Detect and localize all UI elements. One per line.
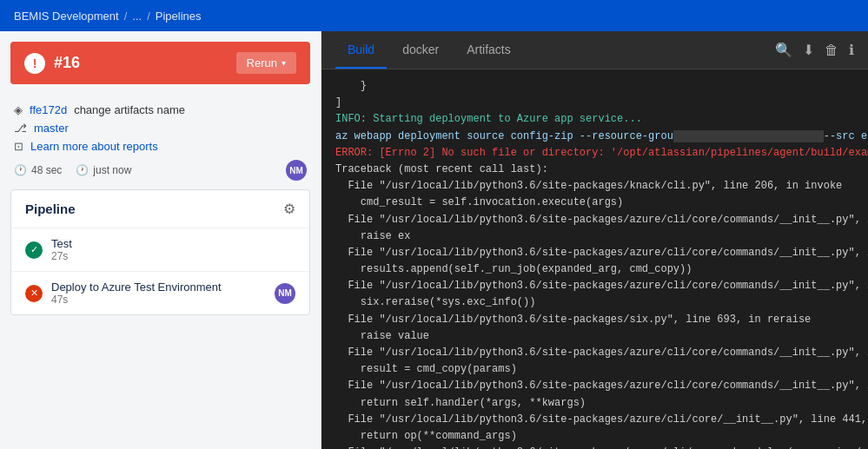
step-time-deploy: 47s	[51, 294, 266, 306]
commit-row: ◈ ffe172d change artifacts name	[14, 103, 307, 116]
commit-icon: ◈	[14, 103, 23, 116]
pipeline-step-test[interactable]: ✓ Test 27s	[11, 228, 309, 272]
pipeline-header: Pipeline ⚙	[11, 190, 309, 228]
build-info: ◈ ffe172d change artifacts name ⎇ master…	[0, 95, 321, 189]
commit-hash-link[interactable]: ffe172d	[30, 103, 67, 116]
console-line: raise value	[335, 328, 854, 345]
console-line: File "/usr/local/lib/python3.6/site-pack…	[335, 245, 854, 261]
pipeline-title: Pipeline	[25, 201, 76, 216]
search-icon[interactable]: 🔍	[775, 42, 792, 58]
duration-item: 🕐 48 sec	[14, 164, 62, 176]
commit-message: change artifacts name	[74, 103, 185, 116]
build-header-left: ! #16	[24, 53, 80, 74]
tab-artifacts[interactable]: Artifacts	[454, 31, 523, 69]
nav-org[interactable]: BEMIS Development	[14, 10, 119, 23]
info-icon[interactable]: ℹ	[849, 42, 854, 58]
console-output: } ] INFO: Starting deployment to Azure a…	[321, 69, 868, 449]
download-icon[interactable]: ⬇	[803, 42, 814, 58]
rerun-button[interactable]: Rerun ▾	[236, 52, 296, 74]
console-line: ]	[335, 95, 854, 111]
left-panel: ! #16 Rerun ▾ ◈ ffe172d change artifacts…	[0, 31, 321, 449]
timing-row: 🕐 48 sec 🕐 just now NM	[14, 160, 307, 181]
header-icons: 🔍 ⬇ 🗑 ℹ	[775, 42, 854, 58]
step-name-test: Test	[51, 237, 295, 250]
deploy-avatar: NM	[275, 283, 295, 304]
console-line: File "/usr/local/lib/python3.6/site-pack…	[335, 178, 854, 195]
pipeline-section: Pipeline ⚙ ✓ Test 27s ✕ Deploy to Azure …	[10, 189, 310, 315]
duration-value: 48 sec	[31, 164, 62, 176]
time-label: just now	[93, 164, 131, 176]
nav-ellipsis[interactable]: ...	[132, 10, 142, 23]
console-line: File "/usr/local/lib/python3.6/site-pack…	[335, 378, 854, 394]
right-panel: Build docker Artifacts 🔍 ⬇ 🗑 ℹ } ] INFO:…	[321, 31, 868, 449]
time-icon: 🕐	[76, 164, 89, 176]
console-line: raise ex	[335, 228, 854, 245]
step-status-error: ✕	[25, 285, 43, 302]
build-number: #16	[54, 54, 80, 72]
step-time-test: 27s	[51, 250, 295, 262]
console-line-error1: ERROR: [Errno 2] No such file or directo…	[335, 145, 854, 162]
tab-docker[interactable]: docker	[390, 31, 451, 69]
right-header: Build docker Artifacts 🔍 ⬇ 🗑 ℹ	[321, 31, 868, 69]
console-line: result = cmd_copy(params)	[335, 361, 854, 378]
trash-icon[interactable]: 🗑	[825, 43, 838, 58]
console-line: return self.handler(*args, **kwargs)	[335, 395, 854, 412]
branch-icon: ⎇	[14, 122, 27, 135]
nav-sep2: /	[147, 10, 150, 23]
report-icon: ⊡	[14, 140, 23, 153]
console-line: File "/usr/local/lib/python3.6/site-pack…	[335, 412, 854, 428]
gear-icon[interactable]: ⚙	[283, 201, 295, 217]
step-info-test: Test 27s	[51, 237, 295, 262]
console-line: File "/usr/local/lib/python3.6/site-pack…	[335, 312, 854, 328]
report-row: ⊡ Learn more about reports	[14, 140, 307, 153]
console-line: File "/usr/local/lib/python3.6/site-pack…	[335, 212, 854, 228]
time-item: 🕐 just now	[76, 164, 131, 176]
rerun-arrow: ▾	[282, 58, 286, 68]
nav-sep1: /	[124, 10, 128, 23]
build-header: ! #16 Rerun ▾	[10, 42, 310, 84]
console-line-cmd: az webapp deployment source config-zip -…	[335, 129, 854, 145]
console-line: File "/usr/local/lib/python3.6/site-pack…	[335, 278, 854, 294]
build-status-icon: !	[24, 53, 45, 74]
console-line: File "/usr/local/lib/python3.6/site-pack…	[335, 445, 854, 449]
main-container: ! #16 Rerun ▾ ◈ ffe172d change artifacts…	[0, 31, 868, 449]
console-line: results.append(self._run_job(expanded_ar…	[335, 261, 854, 278]
step-name-deploy: Deploy to Azure Test Environment	[51, 281, 266, 294]
console-line: six.reraise(*sys.exc_info())	[335, 294, 854, 311]
step-info-deploy: Deploy to Azure Test Environment 47s	[51, 281, 266, 306]
console-line-info: INFO: Starting deployment to Azure app s…	[335, 111, 854, 128]
rerun-label: Rerun	[247, 56, 277, 69]
console-line: Traceback (most recent call last):	[335, 162, 854, 178]
tab-build[interactable]: Build	[335, 31, 387, 69]
top-nav: BEMIS Development / ... / Pipelines	[0, 0, 868, 31]
pipeline-step-deploy[interactable]: ✕ Deploy to Azure Test Environment 47s N…	[11, 272, 309, 314]
clock-icon: 🕐	[14, 164, 27, 176]
step-status-success: ✓	[25, 241, 43, 259]
nav-pipelines[interactable]: Pipelines	[156, 10, 202, 23]
console-line: return op(**command_args)	[335, 428, 854, 445]
report-link[interactable]: Learn more about reports	[30, 140, 158, 153]
console-line: }	[335, 78, 854, 95]
console-line: File "/usr/local/lib/python3.6/site-pack…	[335, 345, 854, 361]
build-avatar: NM	[286, 160, 307, 181]
tab-bar: Build docker Artifacts	[335, 31, 523, 69]
branch-link[interactable]: master	[34, 122, 69, 135]
console-line: cmd_result = self.invocation.execute(arg…	[335, 195, 854, 211]
branch-row: ⎇ master	[14, 122, 307, 135]
